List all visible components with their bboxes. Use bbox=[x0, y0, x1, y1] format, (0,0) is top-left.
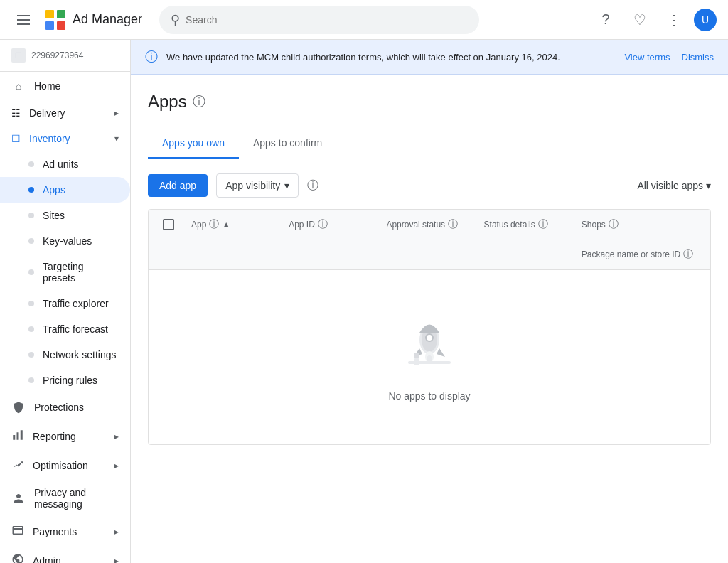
sidebar-item-apps[interactable]: Apps bbox=[0, 177, 130, 203]
svg-rect-1 bbox=[57, 10, 65, 18]
sidebar-item-targeting-presets[interactable]: Targeting presets bbox=[0, 254, 130, 291]
svg-point-9 bbox=[426, 334, 433, 341]
app-name: Ad Manager bbox=[73, 12, 142, 27]
sidebar-label-key-values: Key-values bbox=[43, 235, 119, 247]
sidebar-item-delivery[interactable]: ☷ Delivery ▸ bbox=[0, 100, 130, 126]
tab-apps-you-own[interactable]: Apps you own bbox=[148, 129, 239, 159]
account-icon: ☐ bbox=[11, 48, 26, 63]
th-app-help-icon[interactable]: ⓘ bbox=[209, 218, 219, 231]
svg-rect-4 bbox=[13, 435, 15, 440]
th-package-label: Package name or store ID bbox=[582, 250, 680, 259]
notifications-button[interactable]: ♡ bbox=[626, 6, 654, 34]
sidebar-label-delivery: Delivery bbox=[29, 107, 106, 119]
svg-rect-5 bbox=[17, 432, 19, 440]
shield-icon bbox=[11, 400, 26, 414]
sidebar-item-inventory[interactable]: ☐ Inventory ▾ bbox=[0, 126, 130, 151]
notification-message: We have updated the MCM child authorizat… bbox=[166, 52, 616, 63]
sidebar-item-pricing-rules[interactable]: Pricing rules bbox=[0, 368, 130, 393]
th-shops: Shops ⓘ bbox=[576, 210, 673, 240]
th-app-id-help-icon[interactable]: ⓘ bbox=[318, 218, 328, 231]
svg-rect-14 bbox=[414, 358, 419, 365]
admin-icon bbox=[11, 553, 24, 563]
th-status-details: Status details ⓘ bbox=[478, 210, 576, 240]
sidebar-item-traffic-forecast[interactable]: Traffic forecast bbox=[0, 316, 130, 342]
sidebar-item-protections[interactable]: Protections bbox=[0, 393, 130, 422]
table-header: App ⓘ ▲ App ID ⓘ Approval status ⓘ Statu… bbox=[149, 210, 710, 270]
th-package-name: Package name or store ID ⓘ bbox=[576, 240, 702, 269]
delivery-icon: ☷ bbox=[11, 107, 21, 119]
dot-icon-traffic-forecast bbox=[28, 326, 34, 332]
chevron-right-icon-reporting: ▸ bbox=[114, 431, 119, 441]
optimisation-icon bbox=[11, 458, 24, 473]
topbar-right: ? ♡ ⋮ U bbox=[592, 6, 717, 34]
info-icon: ⓘ bbox=[145, 48, 158, 65]
avatar[interactable]: U bbox=[694, 9, 717, 31]
all-visible-dropdown[interactable]: All visible apps ▾ bbox=[637, 180, 711, 191]
sidebar-item-home[interactable]: ⌂ Home bbox=[0, 72, 130, 100]
chevron-right-icon-payments: ▸ bbox=[114, 527, 119, 537]
visibility-help-icon[interactable]: ⓘ bbox=[307, 178, 318, 193]
content-area: Apps ⓘ Apps you own Apps to confirm Add … bbox=[131, 75, 728, 462]
dot-icon-sites bbox=[28, 213, 34, 218]
topbar-left: Ad Manager bbox=[11, 9, 142, 31]
sidebar-item-admin[interactable]: Admin ▸ bbox=[0, 546, 130, 563]
sidebar-item-ad-units[interactable]: Ad units bbox=[0, 151, 130, 177]
dot-icon-traffic-explorer bbox=[28, 301, 34, 306]
menu-button[interactable] bbox=[11, 9, 36, 31]
view-terms-link[interactable]: View terms bbox=[624, 52, 670, 63]
tab-apps-to-confirm[interactable]: Apps to confirm bbox=[239, 129, 336, 159]
th-approval-help-icon[interactable]: ⓘ bbox=[448, 218, 458, 231]
sidebar-item-key-values[interactable]: Key-values bbox=[0, 228, 130, 254]
svg-rect-6 bbox=[21, 430, 23, 440]
more-options-button[interactable]: ⋮ bbox=[660, 6, 688, 34]
help-icon: ? bbox=[601, 11, 609, 28]
dismiss-link[interactable]: Dismiss bbox=[682, 52, 714, 63]
sidebar-item-optimisation[interactable]: Optimisation ▸ bbox=[0, 451, 130, 480]
sidebar-label-privacy-messaging: Privacy and messaging bbox=[34, 487, 119, 510]
th-shops-help-icon[interactable]: ⓘ bbox=[609, 218, 619, 231]
visibility-label: App visibility bbox=[225, 180, 280, 191]
chevron-right-icon-optimisation: ▸ bbox=[114, 461, 119, 471]
chevron-down-icon: ▾ bbox=[114, 134, 119, 144]
sidebar-item-privacy-messaging[interactable]: Privacy and messaging bbox=[0, 480, 130, 517]
app-visibility-dropdown[interactable]: App visibility ▾ bbox=[216, 173, 299, 198]
sidebar-label-protections: Protections bbox=[34, 402, 119, 413]
logo-icon bbox=[44, 9, 67, 31]
sort-icon[interactable]: ▲ bbox=[222, 220, 230, 230]
sidebar-label-optimisation: Optimisation bbox=[33, 460, 106, 471]
sidebar-item-reporting[interactable]: Reporting ▸ bbox=[0, 422, 130, 451]
page-help-icon[interactable]: ⓘ bbox=[193, 93, 205, 110]
help-button[interactable]: ? bbox=[592, 6, 620, 34]
search-input[interactable] bbox=[186, 14, 468, 26]
add-app-button[interactable]: Add app bbox=[148, 174, 208, 197]
svg-rect-2 bbox=[46, 21, 54, 30]
th-checkbox[interactable] bbox=[157, 210, 186, 240]
sidebar-item-network-settings[interactable]: Network settings bbox=[0, 342, 130, 368]
person-icon bbox=[11, 491, 26, 505]
active-dot-icon bbox=[28, 187, 34, 193]
th-status-help-icon[interactable]: ⓘ bbox=[538, 218, 548, 231]
th-package-help-icon[interactable]: ⓘ bbox=[683, 248, 693, 261]
sidebar-item-traffic-explorer[interactable]: Traffic explorer bbox=[0, 291, 130, 316]
sidebar-label-home: Home bbox=[34, 80, 119, 92]
th-app-label: App bbox=[191, 220, 206, 230]
notification-actions: View terms Dismiss bbox=[624, 52, 714, 63]
svg-rect-3 bbox=[57, 21, 65, 30]
select-all-checkbox[interactable] bbox=[163, 219, 174, 230]
sidebar-label-apps: Apps bbox=[43, 184, 119, 195]
dot-icon-targeting bbox=[28, 269, 34, 275]
toolbar: Add app App visibility ▾ ⓘ All visible a… bbox=[148, 173, 711, 198]
sidebar-label-ad-units: Ad units bbox=[43, 159, 119, 170]
sidebar-item-payments[interactable]: Payments ▸ bbox=[0, 517, 130, 546]
th-approval-status: Approval status ⓘ bbox=[380, 210, 478, 240]
empty-state: No apps to display bbox=[149, 270, 710, 444]
notification-bar: ⓘ We have updated the MCM child authoriz… bbox=[131, 40, 728, 75]
logo[interactable]: Ad Manager bbox=[44, 9, 142, 31]
sidebar-label-reporting: Reporting bbox=[33, 431, 106, 442]
empty-message: No apps to display bbox=[388, 390, 470, 402]
sidebar-item-sites[interactable]: Sites bbox=[0, 203, 130, 228]
search-bar[interactable]: ⚲ bbox=[159, 6, 479, 34]
reporting-icon bbox=[11, 429, 24, 444]
svg-point-13 bbox=[414, 353, 419, 358]
account-number: 22969273964 bbox=[31, 50, 83, 60]
